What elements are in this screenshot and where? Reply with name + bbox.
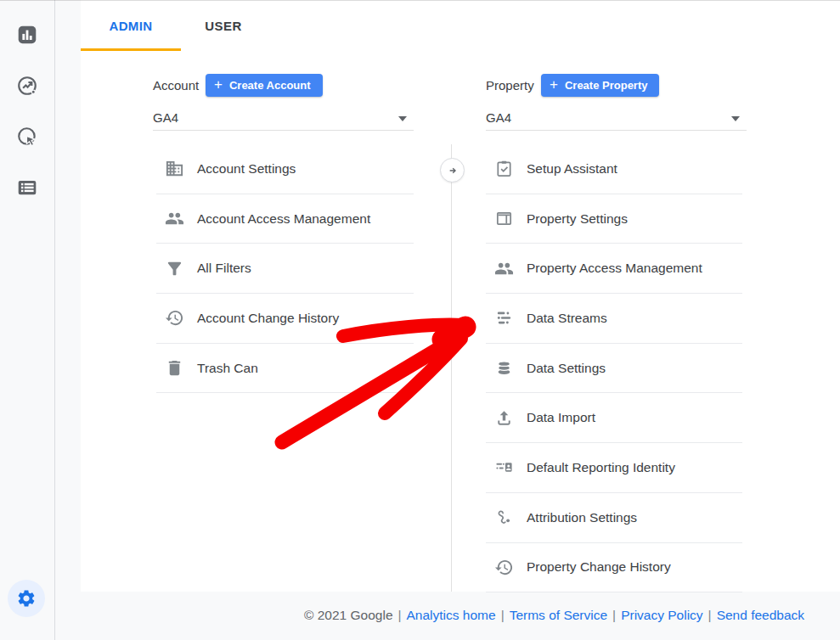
page-footer: © 2021 Google|Analytics home|Terms of Se… xyxy=(54,592,840,640)
upload-icon xyxy=(494,408,514,428)
column-divider xyxy=(451,144,452,592)
menu-item-label: All Filters xyxy=(197,261,251,276)
gear-icon xyxy=(16,588,37,609)
insights-icon xyxy=(16,75,38,97)
account-selector[interactable]: GA4 xyxy=(153,109,414,131)
menu-item-label: Trash Can xyxy=(197,361,258,376)
menu-item-data-settings[interactable]: Data Settings xyxy=(486,344,742,394)
plus-icon: + xyxy=(550,77,558,92)
history-icon xyxy=(165,308,184,328)
footer-copyright: © 2021 Google xyxy=(304,608,393,622)
menu-item-setup-assistant[interactable]: Setup Assistant xyxy=(486,144,742,194)
attribution-icon xyxy=(494,508,514,527)
menu-item-attribution-settings[interactable]: Attribution Settings xyxy=(486,493,742,543)
filter-icon xyxy=(165,259,184,278)
people-icon xyxy=(494,259,514,278)
property-menu-list: Setup AssistantProperty SettingsProperty… xyxy=(486,144,742,592)
chevron-down-icon xyxy=(398,116,407,121)
bar-chart-icon xyxy=(16,24,38,46)
ad-click-icon xyxy=(16,126,38,148)
menu-item-account-access-management[interactable]: Account Access Management xyxy=(156,194,414,244)
account-selector-value: GA4 xyxy=(153,110,178,125)
footer-separator: | xyxy=(703,608,717,622)
database-icon xyxy=(494,358,514,378)
menu-item-label: Account Access Management xyxy=(197,211,370,227)
trash-icon xyxy=(165,358,184,378)
menu-item-property-access-management[interactable]: Property Access Management xyxy=(486,244,742,294)
sidebar-nav-item-insights-icon[interactable] xyxy=(16,75,38,97)
ga-admin-screen: ADMINUSER Account + Create Account GA4 A… xyxy=(0,0,840,640)
arrow-right-icon xyxy=(446,164,459,177)
chevron-down-icon xyxy=(731,116,740,121)
upload-icon xyxy=(494,408,514,428)
create-account-label: Create Account xyxy=(229,79,311,92)
left-nav-sidebar xyxy=(0,0,55,640)
active-tab-underline xyxy=(81,48,181,51)
tab-admin[interactable]: ADMIN xyxy=(81,0,181,51)
menu-item-label: Default Reporting Identity xyxy=(527,460,675,475)
create-account-button[interactable]: + Create Account xyxy=(206,74,323,97)
database-icon xyxy=(494,358,514,378)
tab-user[interactable]: USER xyxy=(181,0,266,51)
menu-item-label: Account Settings xyxy=(197,161,296,177)
sidebar-nav-item-bar-chart-icon[interactable] xyxy=(16,24,38,46)
menu-item-data-streams[interactable]: Data Streams xyxy=(486,294,742,344)
admin-user-tabs: ADMINUSER xyxy=(81,0,266,51)
create-property-button[interactable]: + Create Property xyxy=(541,74,659,97)
arrow-right-icon xyxy=(446,164,459,177)
create-property-label: Create Property xyxy=(565,79,648,92)
clipboard-check-icon xyxy=(494,159,514,178)
menu-item-property-settings[interactable]: Property Settings xyxy=(486,194,742,244)
building-icon xyxy=(165,159,184,178)
admin-panel: ADMINUSER Account + Create Account GA4 A… xyxy=(81,0,840,592)
menu-item-data-import[interactable]: Data Import xyxy=(486,393,742,443)
people-icon xyxy=(165,209,184,228)
admin-nav-item[interactable] xyxy=(8,580,45,617)
attribution-icon xyxy=(494,508,514,527)
window-icon xyxy=(494,209,514,228)
footer-link-privacy-policy[interactable]: Privacy Policy xyxy=(621,608,702,622)
collapse-column-button[interactable] xyxy=(440,158,465,182)
property-column-label: Property xyxy=(486,78,534,93)
menu-item-label: Attribution Settings xyxy=(527,510,637,525)
footer-separator: | xyxy=(393,608,407,622)
gear-icon xyxy=(16,588,37,609)
menu-item-label: Property Access Management xyxy=(527,261,702,276)
footer-link-terms-of-service[interactable]: Terms of Service xyxy=(510,608,607,622)
clipboard-check-icon xyxy=(494,159,514,178)
identity-icon xyxy=(494,458,514,477)
history-icon xyxy=(165,308,184,328)
footer-links: © 2021 Google|Analytics home|Terms of Se… xyxy=(304,608,804,623)
history-icon xyxy=(494,558,514,577)
sidebar-nav-item-ad-click-icon[interactable] xyxy=(16,126,38,148)
sidebar-nav-item-list-icon[interactable] xyxy=(16,177,38,199)
building-icon xyxy=(165,159,184,178)
account-menu-list: Account SettingsAccount Access Managemen… xyxy=(156,144,414,393)
menu-item-label: Data Import xyxy=(527,410,595,425)
menu-item-label: Setup Assistant xyxy=(527,161,617,177)
menu-item-account-settings[interactable]: Account Settings xyxy=(156,144,414,194)
streams-icon xyxy=(494,308,514,328)
footer-link-analytics-home[interactable]: Analytics home xyxy=(407,608,496,622)
filter-icon xyxy=(165,259,184,278)
menu-item-label: Property Change History xyxy=(527,559,671,575)
streams-icon xyxy=(494,308,514,328)
menu-item-property-change-history[interactable]: Property Change History xyxy=(486,543,742,593)
menu-item-trash-can[interactable]: Trash Can xyxy=(156,344,414,394)
account-column-label: Account xyxy=(153,78,199,93)
menu-item-label: Data Settings xyxy=(527,361,606,376)
menu-item-default-reporting-identity[interactable]: Default Reporting Identity xyxy=(486,443,742,493)
property-selector[interactable]: GA4 xyxy=(486,109,747,131)
footer-link-send-feedback[interactable]: Send feedback xyxy=(717,608,804,622)
history-icon xyxy=(494,558,514,577)
plus-icon: + xyxy=(214,77,223,92)
people-icon xyxy=(494,259,514,278)
menu-item-label: Data Streams xyxy=(527,311,607,326)
menu-item-label: Property Settings xyxy=(527,211,628,227)
footer-separator: | xyxy=(496,608,510,622)
menu-item-account-change-history[interactable]: Account Change History xyxy=(156,294,414,344)
footer-separator: | xyxy=(607,608,621,622)
people-icon xyxy=(165,209,184,228)
list-icon xyxy=(16,177,38,199)
menu-item-all-filters[interactable]: All Filters xyxy=(156,244,414,294)
